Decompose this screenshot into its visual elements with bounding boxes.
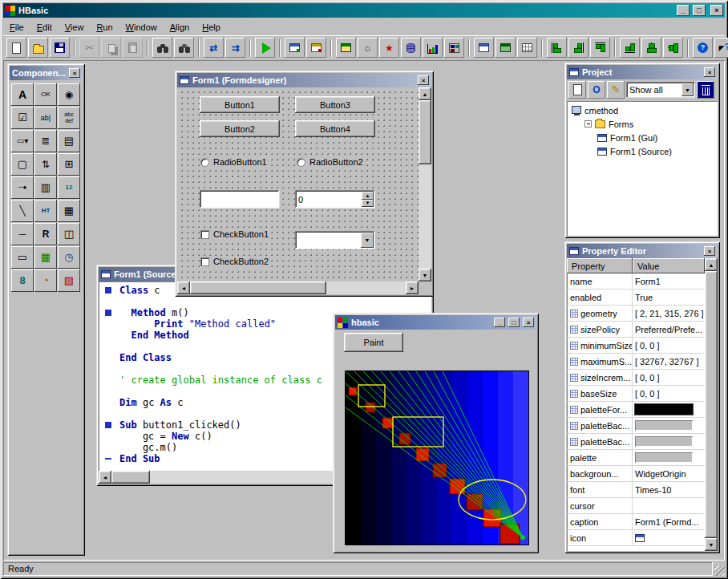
menu-window[interactable]: Window [119, 21, 164, 34]
palette-item-timer[interactable]: ◔ [34, 269, 57, 292]
spin-up-icon[interactable]: ▲ [362, 192, 374, 200]
designed-button2[interactable]: Button2 [200, 120, 280, 137]
show-table-window-button[interactable] [517, 38, 537, 58]
resize-grip[interactable] [714, 565, 725, 576]
minimize-button[interactable]: _ [677, 5, 690, 16]
property-name-cell[interactable]: icon [567, 530, 633, 545]
scroll-right-icon[interactable]: ► [406, 281, 419, 294]
palette-item-textlabel[interactable]: R [34, 223, 57, 245]
tree-item-cmethod[interactable]: cmethod [568, 103, 716, 117]
property-value-cell[interactable] [633, 418, 705, 433]
property-value-cell[interactable]: [ 0, 0 ] [633, 338, 705, 353]
scroll-thumb[interactable] [705, 271, 718, 538]
paste-button[interactable] [123, 38, 143, 58]
property-row-maximumS[interactable]: maximumS...[ 32767, 32767 ] [567, 354, 705, 370]
property-row-minimumSize[interactable]: minimumSize[ 0, 0 ] [567, 338, 705, 354]
scroll-thumb[interactable] [190, 281, 326, 294]
property-value-cell[interactable] [633, 498, 705, 513]
copy-button[interactable] [101, 38, 121, 58]
property-value-cell[interactable]: [ 0, 0 ] [633, 370, 705, 385]
form-designer-titlebar[interactable]: Form1 (Formdesigner) × [177, 73, 431, 87]
fold-marker-icon[interactable] [105, 310, 111, 316]
property-name-cell[interactable]: enabled [567, 290, 633, 305]
palette-item-buttongroup[interactable]: ▢ [11, 153, 34, 176]
designed-radiobutton1[interactable]: RadioButton1 [200, 156, 269, 168]
align-hcenter-button[interactable] [641, 38, 661, 58]
property-name-cell[interactable]: sizeIncrem... [567, 370, 633, 385]
property-value-cell[interactable] [633, 402, 705, 417]
save-file-button[interactable] [50, 38, 70, 58]
maximize-icon[interactable]: □ [508, 318, 520, 327]
property-name-cell[interactable]: backgroun... [567, 466, 633, 481]
property-row-geometry[interactable]: geometry[ 2, 21, 315, 276 ] [567, 306, 705, 322]
property-value-cell[interactable] [633, 434, 705, 449]
palette-item-richtext[interactable]: HT [34, 200, 57, 222]
open-file-button[interactable] [28, 38, 48, 58]
new-gui-form-button[interactable] [285, 38, 305, 58]
project-filter-dropdown[interactable]: Show all ▼ [626, 82, 695, 98]
whats-this-button[interactable] [714, 38, 728, 58]
new-item-button[interactable] [568, 81, 586, 99]
property-vscrollbar[interactable]: ▲ ▼ [705, 258, 718, 551]
property-name-cell[interactable]: sizePolicy [567, 322, 633, 337]
designed-button3[interactable]: Button3 [295, 96, 375, 113]
palette-item-pushbutton[interactable]: OK [34, 83, 57, 106]
property-value-cell[interactable]: Preferred/Prefe... [633, 322, 705, 337]
new-source-form-button[interactable] [306, 38, 326, 58]
property-row-font[interactable]: fontTimes-10 [567, 482, 705, 498]
designed-radiobutton2[interactable]: RadioButton2 [296, 156, 366, 168]
tree-item-form1-source[interactable]: Form1 (Source) [568, 144, 716, 158]
menu-view[interactable]: View [59, 21, 91, 34]
designed-checkbutton2[interactable]: CheckButton2 [200, 256, 271, 267]
scroll-left-icon[interactable]: ◄ [177, 281, 190, 294]
help-contents-button[interactable] [693, 38, 713, 58]
property-row-palette[interactable]: palette [567, 450, 705, 466]
property-row-icon[interactable]: icon [567, 530, 705, 546]
align-vcenter-button[interactable] [663, 38, 683, 58]
property-row-sizeIncrem[interactable]: sizeIncrem...[ 0, 0 ] [567, 370, 705, 386]
property-row-paletteFor[interactable]: paletteFor... [567, 402, 705, 418]
scroll-thumb[interactable] [111, 471, 150, 484]
palette-item-groupbox[interactable]: ▭ [11, 246, 34, 269]
object-view-button[interactable] [588, 81, 605, 99]
delete-item-button[interactable] [697, 81, 714, 99]
property-value-cell[interactable]: [ 32767, 32767 ] [633, 354, 705, 369]
paint-button[interactable]: Paint [344, 333, 403, 352]
designed-checkbutton1[interactable]: CheckButton1 [200, 229, 271, 240]
scroll-up-icon[interactable]: ▲ [705, 258, 718, 271]
property-row-baseSize[interactable]: baseSize[ 0, 0 ] [567, 386, 705, 402]
property-row-paletteBac[interactable]: paletteBac... [567, 434, 705, 450]
palette-item-pixmap[interactable]: ▨ [58, 269, 80, 292]
value-column-header[interactable]: Value [633, 258, 705, 273]
property-value-cell[interactable] [633, 530, 705, 545]
property-row-backgroun[interactable]: backgroun...WidgetOrigin [567, 466, 705, 482]
code-line-2[interactable] [99, 296, 431, 307]
property-name-cell[interactable]: font [567, 482, 633, 497]
align-left-button[interactable] [547, 38, 567, 58]
fold-marker-icon[interactable] [105, 287, 111, 294]
window-list-button[interactable] [444, 38, 464, 58]
property-row-cursor[interactable]: cursor [567, 498, 705, 514]
designer-hscrollbar[interactable]: ◄ ► [177, 281, 419, 294]
designed-lineedit[interactable] [200, 190, 280, 209]
designed-spinbox[interactable]: 0 ▲ ▼ [295, 190, 375, 209]
toolbar-editor-button[interactable] [336, 38, 356, 58]
scroll-down-icon[interactable]: ▼ [705, 538, 718, 551]
scroll-down-icon[interactable]: ▼ [419, 269, 431, 281]
palette-item-radiobutton[interactable]: ◉ [58, 83, 80, 106]
project-titlebar[interactable]: Project × [567, 65, 718, 79]
palette-item-iconview[interactable]: ▦ [58, 200, 80, 222]
tree-item-form1-gui[interactable]: Form1 (Gui) [568, 131, 716, 144]
palette-item-table[interactable]: ⊞ [58, 153, 80, 176]
chart-designer-button[interactable] [423, 38, 443, 58]
property-column-header[interactable]: Property [567, 258, 633, 273]
show-formdesigner-button[interactable] [474, 38, 494, 58]
palette-item-spinbox[interactable]: ⇅ [34, 153, 57, 176]
check-syntax-button[interactable] [204, 38, 224, 58]
property-row-name[interactable]: nameForm1 [567, 273, 705, 290]
palette-item-label[interactable]: A [11, 83, 34, 106]
property-name-cell[interactable]: name [567, 273, 633, 289]
run-titlebar[interactable]: hbasic _ □ × [335, 315, 536, 330]
debugger-button[interactable] [379, 38, 399, 58]
align-right-button[interactable] [568, 38, 588, 58]
